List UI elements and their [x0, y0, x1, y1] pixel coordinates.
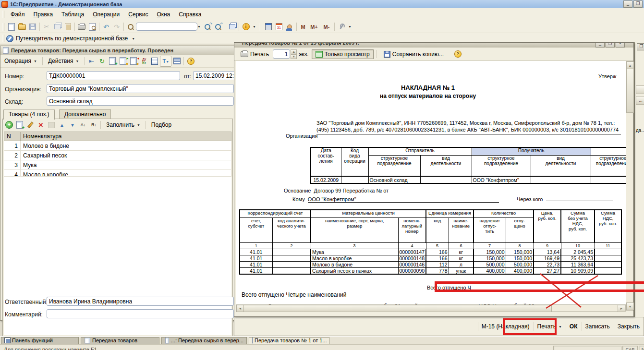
search-dropdown-button[interactable]: ▼ — [195, 22, 202, 32]
menu-grip[interactable] — [2, 11, 4, 18]
delete-row-button[interactable]: ✕ — [36, 120, 46, 130]
info-dropdown-button[interactable]: ▼ — [251, 22, 257, 32]
guide-grip[interactable] — [2, 35, 4, 42]
settings-button[interactable] — [336, 22, 347, 32]
goods-col-nomenclature[interactable]: Номенклатура — [21, 132, 231, 141]
copy-button[interactable] — [52, 22, 62, 32]
menu-file[interactable]: Файл — [6, 10, 29, 19]
show-postings-button[interactable]: ДтКт — [139, 56, 149, 66]
goods-row-name[interactable]: Молоко в бидоне — [21, 141, 231, 151]
close-button[interactable]: Закрыть — [614, 322, 644, 331]
preview-horizontal-scrollbar[interactable]: ◄ ► — [236, 304, 626, 312]
responsible-input[interactable] — [47, 297, 234, 306]
pick-button[interactable]: Подбор — [147, 120, 175, 130]
toolbar-grip-2[interactable] — [259, 23, 261, 31]
tab-goods[interactable]: Товары (4 поз.) — [3, 109, 55, 120]
find-prev-button[interactable]: ↶ — [213, 22, 223, 32]
tab-additional[interactable]: Дополнительно — [59, 109, 111, 119]
menu-operations[interactable]: Операции — [88, 10, 124, 19]
menu-help[interactable]: Справка — [174, 10, 206, 19]
goods-row-number[interactable]: 1 — [4, 141, 21, 151]
sliver-restore-button[interactable]: ❐ — [637, 43, 644, 50]
calculator-button[interactable] — [263, 22, 274, 32]
info-button[interactable]: i — [241, 22, 251, 32]
list-settings-button[interactable] — [171, 56, 182, 66]
user-permissions-button[interactable] — [284, 22, 295, 32]
open-button[interactable] — [17, 22, 27, 32]
organization-input[interactable] — [47, 84, 234, 93]
sort-asc-button[interactable]: А↓ — [78, 120, 88, 130]
calendar-button[interactable]: 31 — [274, 22, 284, 32]
form-help-button[interactable]: ? — [185, 56, 196, 66]
sort-desc-button[interactable]: Я↓ — [88, 120, 99, 130]
new-document-button[interactable] — [6, 22, 17, 32]
menu-table[interactable]: Таблица — [57, 10, 88, 19]
menu-edit[interactable]: Правка — [29, 10, 58, 19]
goods-row[interactable]: 2 Сахарный песок — [4, 151, 231, 160]
edit-row-button[interactable] — [25, 120, 36, 130]
preview-close-button[interactable]: × — [616, 43, 625, 48]
taskbar-transfer-list[interactable]: Передача товаров — [81, 337, 159, 344]
journal-button[interactable] — [149, 56, 160, 66]
write-button[interactable]: Записать — [582, 322, 614, 331]
redo-button[interactable]: ↷ — [111, 22, 122, 32]
preview-help-button[interactable]: ? — [452, 49, 463, 59]
scroll-down-button[interactable]: ▼ — [626, 302, 634, 310]
scroll-up-button[interactable]: ▲ — [626, 61, 634, 69]
copy-row-button[interactable]: + — [14, 120, 25, 130]
refresh-button[interactable]: ↻ — [97, 56, 107, 66]
minimize-button[interactable]: _ — [623, 0, 632, 8]
undo-button[interactable]: ↶ — [101, 22, 111, 32]
horizontal-scroll-thumb[interactable] — [243, 305, 552, 312]
move-down-button[interactable]: ▼ — [67, 120, 78, 130]
save-button[interactable] — [27, 22, 38, 32]
ellipsis-button-2[interactable]: ... — [636, 96, 644, 105]
preview-minimize-button[interactable]: _ — [595, 43, 605, 48]
calc-m-button[interactable]: М — [298, 22, 308, 32]
goods-row-number[interactable]: 2 — [4, 151, 21, 160]
preview-print-button[interactable]: Печать — [237, 49, 273, 59]
vertical-scroll-thumb[interactable] — [626, 69, 634, 113]
view-only-toggle[interactable]: Только просмотр — [312, 49, 374, 59]
preview-vertical-scrollbar[interactable]: ▲ ▼ — [626, 61, 633, 311]
goods-col-n[interactable]: N — [4, 132, 21, 141]
menu-service[interactable]: Сервис — [124, 10, 152, 19]
fill-menu-button[interactable]: Заполнить▼ — [102, 120, 144, 130]
menu-windows[interactable]: Окна — [152, 10, 174, 19]
goods-row[interactable]: 3 Мука — [4, 160, 231, 170]
goods-row[interactable]: 1 Молоко в бидоне — [4, 141, 231, 151]
add-row-button[interactable]: + — [4, 120, 14, 130]
settings-dropdown-button[interactable]: ▼ — [347, 22, 352, 32]
warehouse-input[interactable] — [47, 97, 234, 106]
actions-menu-button[interactable]: Действия▼ — [44, 56, 83, 66]
form-print-button[interactable]: Печать▼ — [534, 322, 566, 331]
find-next-button[interactable]: ↷ — [202, 22, 213, 32]
goods-row-name[interactable]: Мука — [21, 160, 231, 170]
print-button[interactable] — [76, 22, 87, 32]
ellipsis-button-1[interactable]: ... — [636, 85, 644, 94]
paste-button[interactable] — [62, 22, 73, 32]
operation-menu-button[interactable]: Операция▼ — [0, 56, 41, 66]
reread-button[interactable]: ⇤ — [86, 56, 97, 66]
taskbar-transfer-form[interactable]: ...: Передача сырья в перер... — [161, 337, 247, 344]
scroll-left-button[interactable]: ◄ — [236, 305, 244, 312]
move-up-button[interactable]: ▲ — [57, 120, 67, 130]
taskbar-function-panel[interactable]: Панель функций — [1, 337, 79, 344]
m15-invoice-button[interactable]: М-15 (Накладная) — [478, 322, 534, 331]
post-document-button[interactable]: ●▸ — [118, 56, 128, 66]
structure-filter-button[interactable]: Т▼ — [160, 56, 171, 67]
toolbar-grip[interactable] — [2, 23, 4, 31]
scroll-right-button[interactable]: ► — [618, 305, 625, 312]
transfer-form-titlebar[interactable]: Передача товаров: Передача сырья в перер… — [0, 46, 235, 55]
copies-down-button[interactable]: ▼ — [291, 54, 297, 59]
end-edit-button[interactable] — [46, 120, 57, 130]
search-input[interactable] — [136, 23, 197, 31]
window-list-button[interactable] — [227, 22, 237, 32]
ok-button[interactable]: ОК — [566, 322, 582, 331]
goods-row-number[interactable]: 3 — [4, 160, 21, 170]
goods-row-name[interactable]: Сахарный песок — [21, 151, 231, 160]
search-button[interactable] — [125, 22, 136, 32]
taskbar-preview[interactable]: Передача товаров № 1 от 1... — [249, 337, 329, 344]
calc-m-minus-button[interactable]: М- — [320, 22, 333, 32]
copies-up-button[interactable]: ▲ — [291, 49, 297, 54]
